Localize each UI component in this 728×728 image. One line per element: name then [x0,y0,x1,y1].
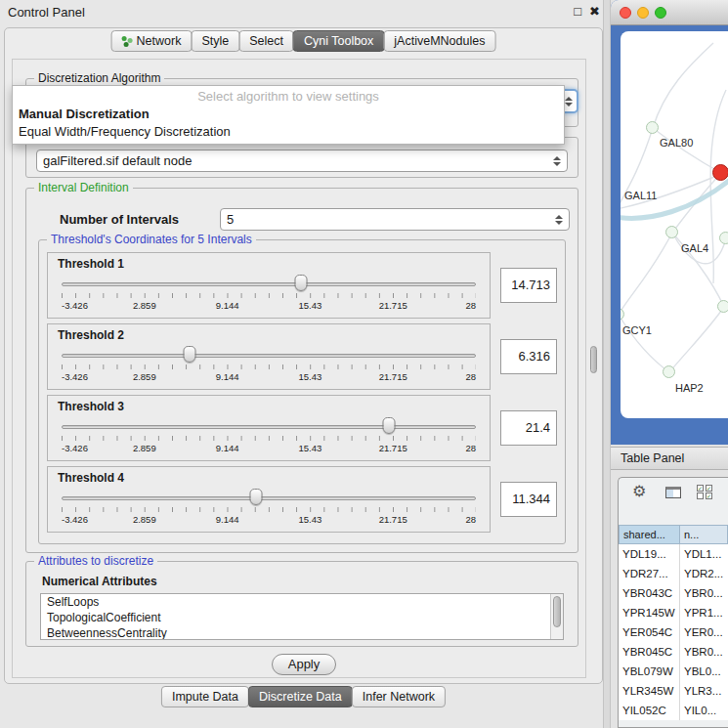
slider-scale: -3.4262.8599.14415.4321.71528 [62,371,476,383]
panel-scrollbar[interactable] [589,61,598,676]
slider-scale-label: 9.144 [216,371,239,382]
cell-shared-name: YPR145W [619,603,679,622]
table-row[interactable]: YBL079W YBL0... [619,662,728,681]
cell-name: YER0... [679,622,728,642]
threshold-slider[interactable]: -3.4262.8599.14415.4321.71528 [62,272,476,317]
apply-button[interactable]: Apply [272,654,336,675]
column-header-name[interactable]: n... [679,525,728,544]
slider-knob[interactable] [184,346,196,363]
network-node[interactable] [717,300,728,313]
network-node-label: GCY1 [622,324,652,336]
threshold-slider[interactable]: -3.4262.8599.14415.4321.71528 [62,343,476,388]
slider-ticks [62,293,476,298]
network-window-titlebar[interactable] [611,0,728,25]
attribute-list-item[interactable]: BetweennessCentrality [41,625,563,640]
select-columns-icon[interactable]: ✓✓✓ [697,485,713,499]
dropdown-option-manual[interactable]: Manual Discretization [13,106,564,123]
network-canvas[interactable]: GAL80GAL11GAL4GCY1HAP2 [621,31,728,418]
network-node[interactable] [646,121,659,134]
slider-scale-label: -3.426 [62,514,88,525]
column-header-shared-name[interactable]: shared... [619,525,679,544]
network-node[interactable] [665,226,678,238]
network-node-label: HAP2 [675,382,704,394]
panel-splitter[interactable] [603,0,611,728]
table-panel-title: Table Panel [621,451,684,465]
discretization-algorithm-title: Discretization Algorithm [34,71,164,85]
threshold-value-field[interactable]: 14.713 [500,268,557,303]
algorithm-dropdown-popup: Select algorithm to view settings Manual… [12,85,565,145]
threshold-slider[interactable]: -3.4262.8599.14415.4321.71528 [62,486,476,531]
network-node-label: GAL80 [660,137,693,149]
table-row[interactable]: YIL052C YIL0... [619,701,728,720]
top-tab[interactable]: Select [238,30,294,52]
control-panel-titlebar: Control Panel □ ✖ [0,0,608,25]
bottom-tab[interactable]: Discretize Data [248,686,353,707]
network-view-window: GAL80GAL11GAL4GCY1HAP2 [611,0,728,445]
columns-icon[interactable] [665,487,681,498]
cell-name: YBR0... [679,642,728,662]
threshold-label: Threshold 2 [58,328,480,342]
network-node[interactable] [663,365,675,378]
table-data-combobox[interactable]: galFiltered.sif default node [36,150,568,172]
slider-scale-label: 9.144 [216,514,239,525]
threshold-label: Threshold 1 [58,257,480,271]
table-panel-header: Table Panel [611,447,728,470]
table-row[interactable]: YBR043C YBR0... [619,583,728,603]
gear-icon[interactable]: ⚙ [632,483,646,500]
top-tab-label: jActiveMNodules [394,33,485,49]
table-row[interactable]: YBR045C YBR0... [619,642,728,662]
slider-scale-label: 15.43 [299,371,322,382]
slider-knob[interactable] [250,489,263,505]
threshold-row: Threshold 3 -3.4262.8599.14415.4321.7152… [47,395,557,461]
attribute-list-item[interactable]: SelfLoops [41,594,563,610]
attribute-list-item[interactable]: TopologicalCoefficient [41,610,563,625]
network-node-selected[interactable] [712,164,728,181]
slider-scale-label: -3.426 [62,371,88,382]
cell-shared-name: YLR345W [619,681,679,701]
table-row[interactable]: YER054C YER0... [619,622,728,642]
slider-knob[interactable] [294,275,307,291]
close-icon[interactable]: ✖ [589,4,600,19]
list-scrollbar-thumb[interactable] [553,596,561,627]
slider-scale-label: 15.43 [299,514,322,525]
number-of-intervals-spinner[interactable]: 5 [220,208,570,231]
threshold-row: Threshold 2 -3.4262.8599.14415.4321.7152… [47,323,557,390]
table-row[interactable]: YLR345W YLR3... [619,681,728,701]
minimize-traffic-light-icon[interactable] [637,7,649,19]
threshold-value-field[interactable]: 21.4 [500,410,557,446]
top-tab-label: Style [201,33,229,49]
slider-scale-label: 21.715 [379,371,407,382]
threshold-value-field[interactable]: 11.344 [500,482,557,517]
cell-shared-name: YBR045C [619,642,679,662]
top-tab[interactable]: Cyni Toolbox [293,30,384,52]
cell-name: YPR1... [679,603,728,622]
bottom-tab[interactable]: Infer Network [352,686,446,707]
network-node[interactable] [719,232,728,244]
slider-knob[interactable] [382,417,395,434]
top-tabs: NetworkStyleSelectCyni ToolboxjActiveMNo… [112,30,496,52]
zoom-traffic-light-icon[interactable] [655,7,666,19]
bottom-tab-label: Impute Data [172,689,238,705]
list-scrollbar[interactable] [550,594,563,639]
slider-scale-label: 28 [465,514,476,525]
panel-scrollbar-thumb[interactable] [590,346,597,373]
interval-definition-title: Interval Definition [34,181,133,194]
close-traffic-light-icon[interactable] [620,7,631,19]
slider-scale-label: 2.859 [133,371,156,382]
top-tab[interactable]: Network [111,30,193,52]
combo-arrows-icon [565,97,573,107]
slider-scale: -3.4262.8599.14415.4321.71528 [62,443,476,454]
table-row[interactable]: YDL19... YDL1... [619,544,728,564]
bottom-tab[interactable]: Impute Data [161,686,249,707]
threshold-slider[interactable]: -3.4262.8599.14415.4321.71528 [62,414,476,459]
dropdown-option-equal-width[interactable]: Equal Width/Frequency Discretization [13,123,564,144]
slider-scale-label: 9.144 [216,443,239,453]
top-tab[interactable]: jActiveMNodules [383,30,495,52]
numerical-attributes-list[interactable]: SelfLoopsTopologicalCoefficientBetweenne… [40,593,564,640]
table-row[interactable]: YDR27... YDR2... [619,564,728,583]
top-tab[interactable]: Style [191,30,239,52]
threshold-value-field[interactable]: 6.316 [500,339,557,374]
table-row[interactable]: YPR145W YPR1... [619,603,728,622]
table-browser-window: ⚙ ✓✓✓ shared... n... YDL19... YDL1... YD… [618,477,728,728]
float-window-icon[interactable]: □ [574,4,581,19]
